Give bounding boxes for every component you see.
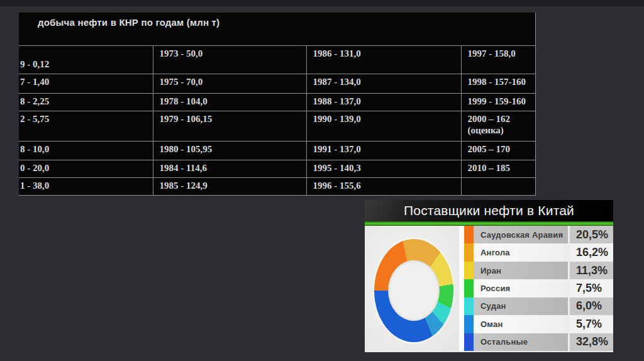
legend-color-swatch — [464, 315, 474, 333]
table-cell: 8 - 10,0 — [19, 141, 153, 160]
table-cell: 1973 - 50,0 — [153, 45, 306, 74]
panel-divider — [459, 226, 464, 351]
slide-top-strip — [0, 0, 644, 6]
table-cell: 9 - 0,12 — [19, 45, 153, 74]
table-cell: 1980 - 105,95 — [153, 141, 306, 160]
supplier-share: 7,5% — [568, 279, 613, 297]
legend-color-swatch — [464, 226, 474, 243]
supplier-name: Россия — [474, 279, 568, 297]
green-accent-bar — [365, 221, 613, 226]
supplier-name: Остальные — [474, 333, 568, 351]
donut-hole — [388, 260, 440, 321]
legend-color-swatch — [464, 297, 474, 315]
donut-chart — [374, 239, 453, 342]
legend-color-stripe — [464, 226, 474, 351]
table-cell — [461, 177, 535, 195]
table-cell: 1979 - 106,15 — [153, 111, 306, 141]
table-cell: 1975 - 70,0 — [153, 74, 306, 93]
table-cell: 7 - 1,40 — [19, 74, 153, 93]
legend-row: Россия 7,5% — [474, 279, 613, 297]
table-cell: 1987 - 134,0 — [306, 74, 461, 93]
supplier-name: Саудовская Аравия — [474, 226, 568, 243]
supplier-share: 11,3% — [568, 262, 613, 279]
oil-production-table-grid: добыча нефти в КНР по годам (млн т) 9 - … — [19, 13, 536, 196]
table-cell: 1978 - 104,0 — [153, 93, 306, 111]
supplier-share: 20,5% — [568, 226, 613, 243]
table-cell: 2010 – 185 — [461, 160, 535, 177]
table-cell: 1990 - 139,0 — [306, 111, 461, 141]
table-cell: 1 - 38,0 — [19, 177, 153, 195]
supplier-share: 32,8% — [568, 333, 613, 351]
panel-title-bar: Поставщики нефти в Китай — [365, 200, 613, 221]
legend-color-swatch — [464, 279, 474, 297]
table-cell: 1984 - 114,6 — [153, 160, 306, 177]
table-cell: 2 - 5,75 — [19, 111, 153, 141]
legend-color-swatch — [464, 243, 474, 261]
table-cell: 1997 - 158,0 — [461, 45, 535, 74]
table-cell: 2000 – 162 (оценка) — [461, 111, 535, 141]
table-cell: 0 - 20,0 — [19, 160, 153, 177]
supplier-share: 5,7% — [568, 315, 613, 333]
supplier-name: Иран — [474, 262, 568, 279]
table-cell: 2005 – 170 — [461, 141, 535, 160]
table-cell: 1991 - 137,0 — [306, 141, 461, 160]
panel-content: Саудовская Аравия 20,5% Ангола 16,2% Ира… — [365, 226, 613, 352]
presentation-slide: добыча нефти в КНР по годам (млн т) 9 - … — [0, 0, 644, 361]
table-cell: 1996 - 155,6 — [306, 177, 461, 195]
legend-row: Остальные 32,8% — [474, 333, 613, 351]
table-cell: 1986 - 131,0 — [306, 45, 461, 74]
oil-production-table: добыча нефти в КНР по годам (млн т) 9 - … — [19, 13, 535, 195]
supplier-name: Оман — [474, 315, 568, 333]
legend-row: Оман 5,7% — [474, 315, 613, 333]
legend-row: Ангола 16,2% — [474, 243, 613, 261]
supplier-name: Судан — [474, 297, 568, 315]
supplier-share: 16,2% — [568, 243, 613, 261]
table-cell: 1995 - 140,3 — [306, 160, 461, 177]
legend-table: Саудовская Аравия 20,5% Ангола 16,2% Ира… — [474, 226, 613, 351]
supplier-name: Ангола — [474, 243, 568, 261]
table-title: добыча нефти в КНР по годам (млн т) — [19, 13, 535, 45]
donut-chart-area — [365, 226, 459, 351]
legend-color-swatch — [464, 333, 474, 351]
legend-color-swatch — [464, 262, 474, 279]
legend-row: Судан 6,0% — [474, 297, 613, 315]
table-cell: 1988 - 137,0 — [306, 93, 461, 111]
table-cell: 1999 - 159-160 — [461, 93, 535, 111]
table-cell: 1998 - 157-160 — [461, 74, 535, 93]
oil-suppliers-panel: Поставщики нефти в Китай Саудовс — [365, 200, 613, 352]
legend-row: Иран 11,3% — [474, 262, 613, 279]
panel-title: Поставщики нефти в Китай — [404, 203, 574, 218]
supplier-share: 6,0% — [568, 297, 613, 315]
legend-row: Саудовская Аравия 20,5% — [474, 226, 613, 243]
table-cell: 1985 - 124,9 — [153, 177, 306, 195]
table-cell: 8 - 2,25 — [19, 93, 153, 111]
